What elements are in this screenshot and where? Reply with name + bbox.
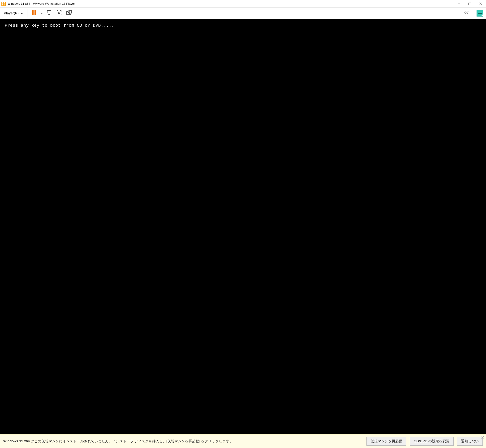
power-dropdown-button[interactable] bbox=[39, 8, 44, 18]
svg-rect-4 bbox=[47, 10, 51, 13]
collapse-sidebar-button[interactable] bbox=[462, 8, 471, 18]
vmware-app-icon bbox=[1, 2, 6, 6]
toolbar-separator bbox=[27, 9, 27, 17]
window-close-button[interactable] bbox=[475, 0, 486, 8]
player-menu-button[interactable]: Player(P) bbox=[1, 10, 25, 16]
send-cad-icon bbox=[46, 10, 52, 16]
restart-vm-button[interactable]: 仮想マシンを再起動 bbox=[366, 437, 406, 446]
window-maximize-button[interactable] bbox=[464, 0, 475, 8]
svg-rect-5 bbox=[58, 12, 60, 14]
unity-mode-button[interactable] bbox=[64, 8, 74, 18]
svg-rect-3 bbox=[34, 10, 36, 15]
unity-icon bbox=[66, 10, 72, 16]
window-minimize-button[interactable] bbox=[454, 0, 464, 8]
fullscreen-button[interactable] bbox=[54, 8, 64, 18]
toolbar: Player(P) bbox=[0, 8, 486, 19]
notes-button[interactable] bbox=[475, 8, 485, 18]
svg-rect-6 bbox=[66, 11, 70, 14]
close-notification-icon[interactable] bbox=[481, 435, 485, 439]
pause-vm-button[interactable] bbox=[29, 8, 39, 18]
vm-console[interactable]: Press any key to boot from CD or DVD....… bbox=[0, 19, 486, 434]
notification-bar: Windows 11 x64 はこの仮想マシンにインストールされていません。イン… bbox=[0, 434, 486, 448]
toolbar-separator bbox=[473, 9, 473, 17]
console-text: Press any key to boot from CD or DVD....… bbox=[5, 23, 114, 28]
titlebar: Windows 11 x64 - VMware Workstation 17 P… bbox=[0, 0, 486, 8]
svg-rect-2 bbox=[32, 10, 33, 15]
change-cddvd-settings-button[interactable]: CD/DVD の設定を変更 bbox=[410, 437, 454, 446]
window-title: Windows 11 x64 - VMware Workstation 17 P… bbox=[8, 2, 75, 5]
chevron-down-icon bbox=[21, 11, 23, 15]
svg-rect-7 bbox=[69, 10, 72, 13]
fullscreen-icon bbox=[56, 10, 62, 16]
send-ctrl-alt-del-button[interactable] bbox=[44, 8, 54, 18]
double-chevron-left-icon bbox=[464, 11, 469, 15]
dismiss-notification-button[interactable]: 通知しない bbox=[457, 437, 483, 446]
notification-vm-name: Windows 11 x64 bbox=[3, 439, 30, 443]
pause-icon bbox=[32, 10, 36, 16]
notes-icon bbox=[477, 10, 483, 16]
notification-message: Windows 11 x64 はこの仮想マシンにインストールされていません。イン… bbox=[3, 439, 363, 444]
player-menu-label: Player(P) bbox=[4, 11, 19, 15]
chevron-down-icon bbox=[41, 11, 42, 15]
svg-rect-1 bbox=[469, 3, 471, 5]
